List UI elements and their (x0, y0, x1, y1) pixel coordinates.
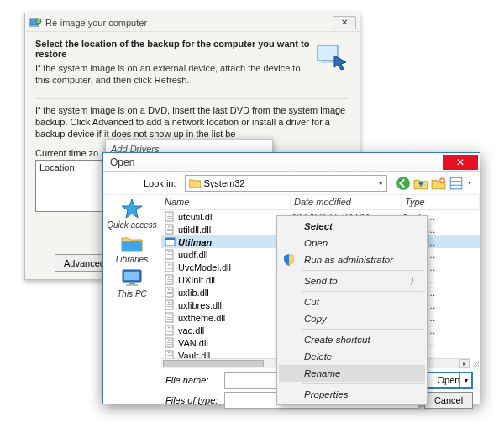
dll-icon (165, 224, 176, 235)
views-icon[interactable] (449, 176, 464, 191)
menu-item-open[interactable]: Open (279, 235, 425, 251)
reimage-subtext: If the system image is on an external de… (35, 62, 311, 87)
open-button[interactable]: Open▾ (424, 372, 473, 389)
svg-rect-4 (321, 61, 334, 63)
svg-rect-25 (167, 230, 172, 231)
svg-rect-19 (167, 216, 172, 217)
up-one-level-icon[interactable] (413, 176, 428, 191)
svg-rect-66 (167, 342, 172, 343)
close-icon: ✕ (456, 156, 465, 168)
svg-rect-13 (124, 272, 139, 280)
reimage-titlebar[interactable]: Re-image your computer ✕ (25, 13, 360, 32)
open-titlebar[interactable]: Open ✕ (103, 153, 480, 172)
file-name: uxtheme.dll (178, 313, 225, 323)
context-menu: SelectOpenRun as administratorSend to〉Cu… (276, 215, 428, 405)
svg-point-30 (171, 251, 172, 253)
dll-icon (165, 262, 176, 272)
file-name: uxlib.dll (178, 288, 209, 298)
menu-separator (302, 270, 423, 271)
svg-point-65 (171, 340, 172, 341)
chevron-down-icon: ▾ (379, 179, 383, 188)
menu-item-select[interactable]: Select (279, 218, 425, 235)
resize-gripper[interactable] (470, 358, 480, 368)
svg-point-35 (171, 264, 172, 266)
lookin-label: Look in: (144, 178, 176, 188)
svg-point-18 (171, 214, 172, 215)
dll-icon (165, 249, 176, 260)
menu-separator (302, 329, 423, 330)
menu-item-copy[interactable]: Copy (279, 310, 425, 327)
file-name: VAN.dll (178, 338, 208, 348)
dll-icon (165, 287, 176, 298)
svg-point-54 (168, 315, 170, 316)
svg-rect-52 (167, 306, 172, 307)
lookin-combobox[interactable]: System32 ▾ (185, 175, 387, 192)
svg-point-34 (168, 264, 170, 266)
scroll-right-icon[interactable]: ▸ (459, 359, 470, 368)
open-split-dropdown[interactable]: ▾ (459, 373, 471, 387)
file-name: UXInit.dll (178, 275, 215, 285)
new-folder-icon[interactable] (431, 176, 446, 191)
reimage-icon (29, 16, 42, 29)
menu-item-label: Properties (304, 389, 348, 399)
menu-item-delete[interactable]: Delete (279, 348, 425, 365)
views-dropdown-icon[interactable]: ▾ (466, 176, 473, 191)
menu-item-label: Open (304, 238, 328, 248)
svg-rect-67 (167, 344, 172, 345)
svg-point-23 (171, 226, 172, 228)
back-icon[interactable] (396, 176, 411, 191)
svg-rect-51 (167, 304, 172, 305)
svg-point-17 (168, 214, 170, 215)
dll-icon (165, 325, 176, 336)
svg-rect-14 (129, 283, 135, 284)
svg-point-70 (171, 352, 172, 354)
menu-item-cut[interactable]: Cut (279, 293, 425, 310)
menu-item-run-as-administrator[interactable]: Run as administrator (279, 251, 425, 268)
svg-point-55 (171, 315, 172, 316)
cancel-button[interactable]: Cancel (424, 392, 473, 409)
menu-item-label: Rename (304, 368, 340, 378)
dll-icon (165, 211, 176, 222)
svg-point-60 (171, 327, 172, 329)
place-this-pc[interactable]: This PC (106, 267, 158, 299)
svg-rect-46 (167, 292, 172, 293)
place-quick-access[interactable]: Quick access (106, 198, 158, 230)
col-name[interactable]: Name (161, 195, 291, 209)
col-type[interactable]: Type (402, 195, 480, 209)
svg-rect-27 (165, 238, 175, 240)
menu-separator (302, 291, 423, 292)
close-button[interactable]: ✕ (333, 16, 356, 29)
svg-point-2 (36, 19, 41, 24)
svg-rect-36 (167, 267, 172, 267)
svg-rect-47 (167, 293, 172, 294)
place-libraries[interactable]: Libraries (106, 233, 158, 264)
scrollbar-thumb[interactable] (163, 360, 264, 367)
svg-rect-20 (167, 218, 172, 219)
svg-point-59 (168, 327, 170, 329)
svg-rect-32 (167, 256, 172, 256)
dll-icon (165, 299, 176, 310)
file-name: uxlibres.dll (178, 300, 222, 310)
col-date[interactable]: Date modified (291, 195, 402, 209)
svg-rect-24 (167, 229, 172, 230)
svg-rect-37 (167, 268, 172, 269)
svg-rect-1 (29, 25, 39, 27)
svg-point-49 (168, 302, 170, 304)
svg-rect-56 (167, 317, 172, 318)
menu-item-create-shortcut[interactable]: Create shortcut (279, 331, 425, 348)
svg-rect-72 (167, 357, 172, 357)
menu-item-rename[interactable]: Rename (279, 365, 425, 382)
svg-rect-61 (167, 330, 172, 330)
menu-item-properties[interactable]: Properties (279, 386, 425, 403)
svg-rect-11 (122, 241, 142, 251)
menu-item-send-to[interactable]: Send to〉 (279, 272, 425, 289)
file-name: utcutil.dll (178, 212, 214, 222)
file-name: UvcModel.dll (178, 262, 231, 272)
application-icon (165, 236, 176, 247)
close-button[interactable]: ✕ (443, 155, 478, 170)
file-list-headers[interactable]: Name Date modified Type (161, 195, 480, 210)
svg-rect-57 (167, 319, 172, 320)
file-name: vac.dll (178, 325, 204, 336)
menu-separator (302, 383, 423, 384)
shield-icon (282, 253, 296, 267)
